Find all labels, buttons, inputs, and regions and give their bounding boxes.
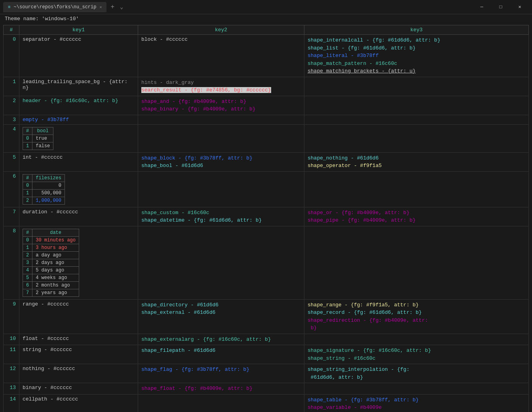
tab-label: ~\source\repos\forks\nu_scrip [14,4,97,10]
col-hash-header: # [4,25,19,35]
table-row: 9 range - #cccccc shape_directory - #61d… [4,299,529,334]
col-key2-header: key2 [138,25,304,35]
table-row: 13 binary - #cccccc shape_float - {fg: #… [4,383,529,395]
theme-line: Theme name: 'windows-10' [0,14,532,25]
table-row: 5 int - #cccccc shape_block - {fg: #3b78… [4,152,529,171]
inner-row-val: 2 years ago [32,289,79,296]
terminal-tab[interactable]: ≡ ~\source\repos\forks\nu_scrip ✕ [3,2,106,12]
cell-col2: shape_block - {fg: #3b78ff, attr: b} sha… [138,152,304,171]
table-row: 4 # bool 0 true [4,124,529,152]
cell-col3 [304,383,529,395]
inner-row-val: 3 hours ago [32,244,79,251]
dropdown-button[interactable]: ⌄ [118,2,125,12]
cell-col2: hints - dark_gray search_result - {fg: #… [138,77,304,96]
row-num: 8 [4,226,19,299]
cell-col2: shape_float - {fg: #b4009e, attr: b} [138,383,304,395]
inner-col-hash: # [23,174,32,182]
cell-col2 [138,124,304,152]
inner-row-num: 2 [23,251,32,259]
row-num: 1 [4,77,19,96]
inner-row-num: 4 [23,266,32,274]
inner-row-num: 5 [23,274,32,281]
inner-row: 0 0 [23,182,65,189]
cell-col3: shape_string_interpolation - {fg: #61d6d… [304,364,529,383]
cell-col1: cellpath - #cccccc [19,394,138,412]
inner-row: 7 2 years ago [23,289,79,296]
cell-col3: shape_nothing - #61d6d6 shape_operator -… [304,152,529,171]
inner-row: 0 true [23,135,53,142]
cell-col2: shape_flag - {fg: #3b78ff, attr: b} [138,364,304,383]
row-num: 10 [4,334,19,345]
cell-col1: empty - #3b78ff [19,115,138,124]
window-controls: — □ ✕ [473,1,529,13]
inner-row: 2 a day ago [23,251,79,259]
cell-col3 [304,124,529,152]
cell-col2: shape_externalarg - {fg: #16c60c, attr: … [138,334,304,345]
inner-row: 1 false [23,142,53,150]
new-tab-button[interactable]: + [108,2,117,12]
cell-col2: block - #cccccc [138,35,304,77]
inner-row-num: 7 [23,289,32,296]
cell-col2: shape_directory - #61d6d6 shape_external… [138,299,304,334]
cell-col1: float - #cccccc [19,334,138,345]
maximize-button[interactable]: □ [492,1,510,13]
inner-row: 0 30 minutes ago [23,236,79,244]
cell-col1: separator - #cccccc [19,35,138,77]
table-row: 10 float - #cccccc shape_externalarg - {… [4,334,529,345]
cell-col3 [304,226,529,299]
inner-row-val: 0 [32,182,65,189]
row-num: 3 [4,115,19,124]
inner-col-hash: # [23,127,32,135]
row-num: 13 [4,383,19,395]
cell-col3 [304,171,529,207]
inner-row: 2 1,000,000 [23,197,65,204]
inner-row-num: 0 [23,236,32,244]
inner-row-val: 2 days ago [32,259,79,266]
inner-row: 1 3 hours ago [23,244,79,251]
cell-col1: binary - #cccccc [19,383,138,395]
cell-col2 [138,394,304,412]
table-row: 0 separator - #cccccc block - #cccccc sh… [4,35,529,77]
row-num: 6 [4,171,19,207]
col-key1-header: key1 [19,25,138,35]
inner-row-val: 2 months ago [32,281,79,289]
cell-col3 [304,115,529,124]
table-row: 1 leading_trailing_space_bg - {attr: n} … [4,77,529,96]
cell-col2: shape_and - {fg: #b4009e, attr: b} shape… [138,96,304,115]
cell-col3 [304,334,529,345]
table-row: 8 # date 0 30 minutes ago [4,226,529,299]
row-num: 5 [4,152,19,171]
minimize-button[interactable]: — [473,1,491,13]
table-row: 2 header - {fg: #16c60c, attr: b} shape_… [4,96,529,115]
inner-row-num: 6 [23,281,32,289]
close-window-button[interactable]: ✕ [511,1,529,13]
row-num: 4 [4,124,19,152]
cell-col3: shape_or - {fg: #b4009e, attr: b} shape_… [304,207,529,226]
cell-col1: string - #cccccc [19,345,138,364]
inner-row-num: 1 [23,142,32,150]
main-table: # key1 key2 key3 0 separator - #cccccc b… [3,25,529,412]
inner-row-num: 1 [23,189,32,197]
cell-col3: shape_signature - {fg: #16c60c, attr: b}… [304,345,529,364]
inner-row-val: 1,000,000 [32,197,65,204]
cell-col2 [138,226,304,299]
cell-col3: shape_internalcall - {fg: #61d6d6, attr:… [304,35,529,77]
inner-col-hash: # [23,229,32,236]
cell-col1: # bool 0 true 1 false [19,124,138,152]
cell-col3: shape_table - {fg: #3b78ff, attr: b} sha… [304,394,529,412]
cell-col1: # date 0 30 minutes ago 1 3 hours ago [19,226,138,299]
inner-row-val: 30 minutes ago [32,236,79,244]
cell-col2 [138,115,304,124]
table-row: 14 cellpath - #cccccc shape_table - {fg:… [4,394,529,412]
inner-col-bool: bool [32,127,53,135]
inner-row-val: false [32,142,53,150]
row-num: 12 [4,364,19,383]
cell-col1: nothing - #cccccc [19,364,138,383]
cell-col1: # filesizes 0 0 1 500,000 [19,171,138,207]
cell-col2 [138,171,304,207]
row-num: 9 [4,299,19,334]
inner-row-val: true [32,135,53,142]
cell-col1: header - {fg: #16c60c, attr: b} [19,96,138,115]
tab-close-icon[interactable]: ✕ [99,5,102,9]
inner-row: 4 5 days ago [23,266,79,274]
